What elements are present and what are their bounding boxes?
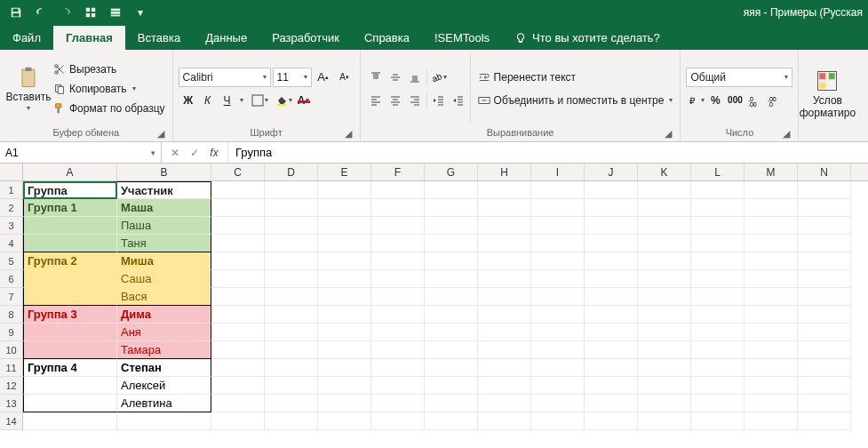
cell[interactable]	[425, 288, 478, 306]
cell[interactable]	[531, 288, 585, 306]
cell[interactable]	[691, 235, 745, 252]
cell[interactable]	[745, 324, 798, 341]
cell[interactable]	[425, 359, 478, 377]
cell[interactable]	[425, 341, 478, 359]
row-header[interactable]: 11	[0, 359, 23, 377]
cell[interactable]	[371, 181, 425, 199]
cell[interactable]	[798, 252, 851, 270]
cell[interactable]	[638, 235, 691, 252]
cell[interactable]: Таня	[117, 235, 211, 252]
cell[interactable]	[745, 217, 798, 235]
cell[interactable]	[638, 395, 691, 412]
row-header[interactable]: 12	[0, 377, 23, 395]
cell[interactable]	[531, 199, 585, 217]
cell[interactable]	[425, 181, 478, 199]
cell[interactable]	[265, 412, 318, 430]
cell[interactable]	[798, 324, 851, 341]
cell[interactable]	[531, 377, 585, 395]
cell[interactable]	[638, 306, 691, 324]
cell[interactable]	[318, 217, 371, 235]
cell[interactable]	[265, 252, 318, 270]
font-color-button[interactable]: А	[294, 91, 314, 110]
cell[interactable]	[745, 359, 798, 377]
align-bottom-button[interactable]	[405, 68, 425, 87]
cell[interactable]	[585, 181, 638, 199]
paste-button[interactable]: Вставить ▾	[5, 52, 52, 125]
cell[interactable]	[23, 341, 117, 359]
cell[interactable]: Группа 2	[23, 252, 117, 270]
cell[interactable]	[318, 199, 371, 217]
cell[interactable]: Паша	[117, 217, 211, 235]
cell[interactable]	[371, 412, 425, 430]
cell[interactable]	[585, 235, 638, 252]
col-header-A[interactable]: A	[23, 164, 117, 180]
underline-button[interactable]: Ч	[218, 91, 237, 110]
col-header-M[interactable]: M	[745, 164, 798, 180]
cell[interactable]	[318, 306, 371, 324]
cancel-formula-button[interactable]: ✕	[167, 147, 183, 159]
cell[interactable]	[585, 395, 638, 412]
cell[interactable]	[531, 181, 585, 199]
font-launcher[interactable]: ◢	[342, 127, 354, 140]
cell[interactable]	[265, 306, 318, 324]
cell[interactable]	[211, 252, 265, 270]
cell[interactable]	[638, 412, 691, 430]
cell[interactable]: Степан	[117, 359, 211, 377]
cell[interactable]	[745, 306, 798, 324]
row-header[interactable]: 14	[0, 412, 23, 430]
cell[interactable]	[638, 377, 691, 395]
cell[interactable]	[23, 270, 117, 288]
cell[interactable]	[318, 412, 371, 430]
cell[interactable]	[211, 359, 265, 377]
col-header-L[interactable]: L	[691, 164, 745, 180]
cell[interactable]	[585, 270, 638, 288]
cell[interactable]	[265, 288, 318, 306]
cell[interactable]	[211, 181, 265, 199]
cell[interactable]: Миша	[117, 252, 211, 270]
cell[interactable]	[531, 412, 585, 430]
cell[interactable]	[691, 359, 745, 377]
cell[interactable]	[318, 324, 371, 341]
cell[interactable]: Группа 3	[23, 306, 117, 324]
cell[interactable]	[531, 306, 585, 324]
cell[interactable]	[531, 270, 585, 288]
number-launcher[interactable]: ◢	[780, 127, 792, 140]
tell-me[interactable]: Что вы хотите сделать?	[502, 26, 673, 50]
cell[interactable]	[638, 359, 691, 377]
format-painter-button[interactable]: Формат по образцу	[52, 99, 167, 118]
cell[interactable]	[265, 199, 318, 217]
cell[interactable]	[211, 217, 265, 235]
fx-button[interactable]: fx	[206, 147, 222, 159]
col-header-J[interactable]: J	[585, 164, 638, 180]
cell[interactable]	[531, 252, 585, 270]
underline-more[interactable]	[237, 91, 246, 110]
cell[interactable]	[798, 217, 851, 235]
cell[interactable]	[478, 359, 531, 377]
tab-home[interactable]: Главная	[53, 26, 125, 50]
cell[interactable]	[745, 377, 798, 395]
cell[interactable]	[23, 324, 117, 341]
cell[interactable]	[798, 181, 851, 199]
cell[interactable]	[585, 377, 638, 395]
tab-data[interactable]: Данные	[193, 26, 259, 50]
tab-developer[interactable]: Разработчик	[259, 26, 352, 50]
clipboard-launcher[interactable]: ◢	[155, 127, 167, 140]
cell[interactable]	[371, 252, 425, 270]
accounting-format-button[interactable]: ₽	[686, 91, 705, 110]
cell[interactable]	[691, 252, 745, 270]
cell[interactable]	[478, 199, 531, 217]
cell[interactable]: Маша	[117, 199, 211, 217]
cell[interactable]	[23, 235, 117, 252]
cell[interactable]	[585, 412, 638, 430]
cell[interactable]	[478, 395, 531, 412]
align-middle-button[interactable]	[386, 68, 405, 87]
row-header[interactable]: 6	[0, 270, 23, 288]
align-right-button[interactable]	[405, 91, 425, 110]
cell[interactable]	[23, 412, 117, 430]
cell[interactable]	[425, 324, 478, 341]
cell[interactable]	[745, 412, 798, 430]
cell[interactable]	[371, 341, 425, 359]
save-button[interactable]	[5, 3, 27, 22]
cell[interactable]	[478, 324, 531, 341]
align-center-button[interactable]	[386, 91, 405, 110]
